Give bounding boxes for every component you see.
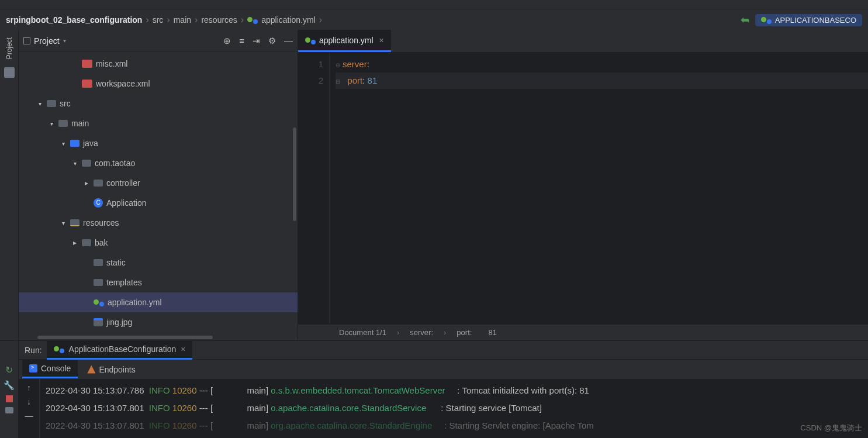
tree-item-label: misc.xml bbox=[96, 59, 127, 68]
main-row: Project Project ▾ ⊕ ≡ ⇥ ⚙ — misc.xmlwork… bbox=[0, 30, 868, 340]
status-sep-icon bbox=[441, 328, 448, 337]
bookmarks-icon[interactable] bbox=[4, 67, 15, 78]
stop-button[interactable] bbox=[6, 395, 13, 402]
chevron-icon[interactable] bbox=[60, 140, 67, 147]
project-toolbar: ⊕ ≡ ⇥ ⚙ — bbox=[223, 36, 293, 46]
close-tab-icon[interactable]: × bbox=[379, 36, 384, 45]
top-strip bbox=[0, 0, 868, 9]
code-line[interactable]: ⊖server: bbox=[336, 56, 868, 73]
chevron-down-icon: ▾ bbox=[63, 37, 66, 44]
run-panel: ↻ 🔧 Run: ApplicationBaseConfiguration × … bbox=[0, 340, 868, 438]
folder-res-icon bbox=[70, 219, 79, 226]
tree-item-label: controller bbox=[106, 178, 140, 188]
project-title-label: Project bbox=[34, 36, 60, 46]
line-number: 1 bbox=[298, 56, 323, 73]
close-run-tab-icon[interactable]: × bbox=[181, 344, 185, 354]
yml-icon bbox=[94, 298, 104, 306]
run-tab-label: ApplicationBaseConfiguration bbox=[69, 344, 177, 354]
scroll-up-icon[interactable]: ↑ bbox=[27, 383, 31, 392]
back-arrow-icon[interactable]: ➦ bbox=[741, 13, 749, 26]
soft-wrap-icon[interactable]: — bbox=[25, 411, 33, 420]
spring-icon bbox=[761, 16, 772, 24]
project-tool-label[interactable]: Project bbox=[4, 35, 15, 61]
tree-item-label: resources bbox=[83, 218, 119, 227]
collapse-all-icon[interactable]: ⇥ bbox=[253, 36, 260, 46]
tree-item-label: templates bbox=[106, 278, 142, 287]
class-application[interactable]: CApplication bbox=[19, 193, 298, 213]
status-document: Document 1/1 bbox=[339, 328, 386, 337]
file-application-yml[interactable]: application.yml bbox=[19, 292, 298, 312]
chevron-icon[interactable] bbox=[48, 120, 55, 127]
editor-code[interactable]: ⊖server:⊟ port: 81 bbox=[330, 53, 868, 324]
editor-tabs: application.yml × bbox=[298, 30, 868, 53]
project-title[interactable]: Project ▾ bbox=[23, 36, 66, 46]
tree-hscrollbar[interactable] bbox=[37, 336, 213, 339]
status-sep-icon bbox=[395, 328, 402, 337]
run-tab-appbaseconfig[interactable]: ApplicationBaseConfiguration × bbox=[47, 341, 193, 360]
folder-main[interactable]: main bbox=[19, 113, 298, 133]
status-value: 81 bbox=[488, 328, 496, 337]
console-tab[interactable]: Console bbox=[22, 360, 78, 378]
tree-item-label: bak bbox=[95, 238, 108, 247]
breadcrumb-right: ➦ APPLICATIONBASECO bbox=[741, 13, 862, 26]
file-workspace-xml[interactable]: workspace.xml bbox=[19, 74, 298, 94]
folder-resources[interactable]: resources bbox=[19, 213, 298, 233]
run-tabs-row: Run: ApplicationBaseConfiguration × bbox=[19, 341, 868, 360]
editor-gutter: 12 bbox=[298, 53, 330, 324]
locate-icon[interactable]: ⊕ bbox=[223, 36, 231, 46]
editor-status-bar: Document 1/1 server: port: 81 bbox=[298, 324, 868, 340]
package-controller[interactable]: controller bbox=[19, 173, 298, 193]
project-tree[interactable]: misc.xmlworkspace.xmlsrcmainjavacom.taot… bbox=[19, 51, 298, 340]
folder-templates[interactable]: templates bbox=[19, 273, 298, 292]
editor-tab-application-yml[interactable]: application.yml × bbox=[298, 30, 391, 52]
chevron-icon[interactable] bbox=[71, 160, 78, 167]
breadcrumb-src[interactable]: src bbox=[153, 15, 164, 25]
screenshot-icon[interactable] bbox=[5, 407, 13, 413]
pkg-icon bbox=[82, 160, 91, 167]
folder-java[interactable]: java bbox=[19, 133, 298, 153]
status-path-1[interactable]: port: bbox=[457, 328, 472, 337]
code-line[interactable]: ⊟ port: 81 bbox=[336, 73, 868, 89]
endpoints-tab[interactable]: Endpoints bbox=[80, 361, 142, 378]
package-com-taotao[interactable]: com.taotao bbox=[19, 153, 298, 173]
chevron-icon[interactable] bbox=[71, 239, 78, 247]
run-body: Run: ApplicationBaseConfiguration × Cons… bbox=[19, 341, 868, 438]
breadcrumb-resources[interactable]: resources bbox=[201, 15, 237, 25]
chevron-icon[interactable] bbox=[60, 220, 67, 226]
endpoints-icon bbox=[87, 365, 95, 374]
scroll-down-icon[interactable]: ↓ bbox=[27, 397, 31, 406]
folder-bak[interactable]: bak bbox=[19, 233, 298, 253]
line-number: 2 bbox=[298, 73, 323, 89]
watermark: CSDN @鬼鬼骑士 bbox=[800, 423, 862, 433]
tree-item-label: com.taotao bbox=[95, 158, 135, 168]
tree-item-label: jing.jpg bbox=[106, 318, 132, 327]
run-config-selector[interactable]: APPLICATIONBASECO bbox=[755, 14, 862, 26]
wrench-icon[interactable]: 🔧 bbox=[4, 380, 15, 391]
hide-icon[interactable]: — bbox=[284, 36, 293, 46]
breadcrumb-main[interactable]: main bbox=[174, 15, 191, 25]
folder-static[interactable]: static bbox=[19, 253, 298, 273]
editor-body[interactable]: 12 ⊖server:⊟ port: 81 bbox=[298, 53, 868, 324]
expand-all-icon[interactable]: ≡ bbox=[239, 36, 244, 46]
tree-item-label: src bbox=[60, 99, 71, 108]
status-path-0[interactable]: server: bbox=[410, 328, 433, 337]
file-misc-xml[interactable]: misc.xml bbox=[19, 54, 298, 74]
folder-src[interactable]: src bbox=[19, 94, 298, 113]
file-jing-jpg[interactable]: jing.jpg bbox=[19, 312, 298, 332]
editor-tab-label: application.yml bbox=[319, 36, 374, 45]
project-header: Project ▾ ⊕ ≡ ⇥ ⚙ — bbox=[19, 30, 298, 51]
chevron-icon[interactable] bbox=[83, 179, 90, 187]
rerun-icon[interactable]: ↻ bbox=[5, 364, 13, 375]
breadcrumb-sep-icon bbox=[167, 15, 170, 25]
chevron-icon[interactable] bbox=[36, 101, 43, 107]
tree-scrollbar[interactable] bbox=[293, 127, 296, 221]
breadcrumb-sep-icon bbox=[319, 15, 322, 25]
project-panel: Project ▾ ⊕ ≡ ⇥ ⚙ — misc.xmlworkspace.xm… bbox=[19, 30, 298, 340]
log-lines[interactable]: 2022-04-30 15:13:07.786 INFO 10260 --- [… bbox=[40, 380, 868, 438]
editor-area: application.yml × 12 ⊖server:⊟ port: 81 … bbox=[298, 30, 868, 340]
tree-item-label: java bbox=[83, 139, 98, 148]
breadcrumb-file[interactable]: application.yml bbox=[261, 15, 316, 25]
breadcrumb-root[interactable]: srpingboot_02_base_configuration bbox=[6, 15, 142, 25]
settings-icon[interactable]: ⚙ bbox=[268, 36, 276, 46]
folder-icon bbox=[94, 259, 103, 266]
